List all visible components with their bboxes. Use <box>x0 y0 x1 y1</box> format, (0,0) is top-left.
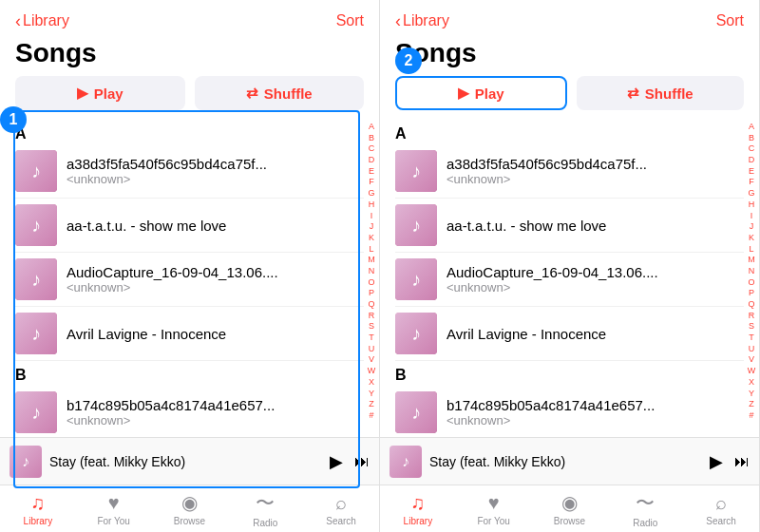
alpha-I[interactable]: I <box>370 211 373 222</box>
alpha-D[interactable]: D <box>369 155 375 166</box>
browse-icon: ◉ <box>181 491 198 514</box>
song-artist: <unknown> <box>446 172 744 186</box>
alpha-Z[interactable]: Z <box>749 399 754 410</box>
now-playing-bar[interactable]: ♪Stay (feat. Mikky Ekko)▶⏭ <box>380 437 759 484</box>
alpha-F[interactable]: F <box>749 177 754 188</box>
alpha-P[interactable]: P <box>749 288 754 299</box>
tab-browse[interactable]: ◉Browse <box>532 491 608 526</box>
alpha-N[interactable]: N <box>369 266 375 277</box>
alpha-E[interactable]: E <box>369 166 374 178</box>
now-playing-forward-button[interactable]: ⏭ <box>734 453 750 470</box>
play-button[interactable]: ▶Play <box>395 76 567 110</box>
tab-radio[interactable]: 〜Radio <box>227 490 303 528</box>
alpha-H[interactable]: H <box>749 200 755 211</box>
alpha-C[interactable]: C <box>749 143 755 155</box>
alpha-F[interactable]: F <box>369 177 374 188</box>
tab-library[interactable]: ♫Library <box>380 492 456 526</box>
album-art: ♪ <box>15 258 57 300</box>
alpha-M[interactable]: M <box>748 255 755 266</box>
alpha-U[interactable]: U <box>369 344 375 355</box>
now-playing-bar[interactable]: ♪Stay (feat. Mikky Ekko)▶⏭ <box>0 437 379 484</box>
now-playing-play-button[interactable]: ▶ <box>710 451 723 472</box>
alpha-W[interactable]: W <box>748 366 756 377</box>
alpha-O[interactable]: O <box>368 277 374 289</box>
sort-button[interactable]: Sort <box>716 12 744 29</box>
alpha-S[interactable]: S <box>749 321 754 332</box>
alpha-B[interactable]: B <box>749 133 754 144</box>
tab-search[interactable]: ⌕Search <box>303 492 379 526</box>
song-item[interactable]: ♪Avril Lavigne - Innocence <box>15 307 364 361</box>
now-playing-play-button[interactable]: ▶ <box>330 451 343 472</box>
alpha-Q[interactable]: Q <box>368 299 374 311</box>
alpha-H[interactable]: H <box>369 200 375 211</box>
alpha-C[interactable]: C <box>369 143 375 155</box>
alpha-Y[interactable]: Y <box>749 389 754 400</box>
alpha-J[interactable]: J <box>750 221 754 233</box>
song-item[interactable]: ♪b174c895b05a4c8174a41e657...<unknown> <box>395 386 744 437</box>
alpha-#[interactable]: # <box>749 410 753 422</box>
alpha-E[interactable]: E <box>749 166 754 178</box>
alpha-T[interactable]: T <box>369 332 374 344</box>
tab-label-library: Library <box>404 516 433 526</box>
tab-for-you[interactable]: ♥For You <box>456 492 532 526</box>
alpha-O[interactable]: O <box>748 277 754 289</box>
alpha-V[interactable]: V <box>749 354 754 366</box>
alpha-T[interactable]: T <box>749 332 754 344</box>
music-note-icon: ♪ <box>22 453 29 470</box>
alpha-U[interactable]: U <box>749 344 755 355</box>
alpha-K[interactable]: K <box>369 233 374 244</box>
alpha-I[interactable]: I <box>750 211 753 222</box>
song-item[interactable]: ♪aa-t.a.t.u. - show me love <box>15 199 364 253</box>
alpha-G[interactable]: G <box>748 188 754 200</box>
alpha-J[interactable]: J <box>370 221 374 233</box>
alpha-W[interactable]: W <box>368 366 376 377</box>
play-label: Play <box>94 86 124 102</box>
shuffle-button[interactable]: ⇄Shuffle <box>577 76 745 110</box>
tab-for-you[interactable]: ♥For You <box>76 492 152 526</box>
alpha-R[interactable]: R <box>749 311 755 322</box>
song-item[interactable]: ♪a38d3f5fa540f56c95bd4ca75f...<unknown> <box>395 144 744 199</box>
alpha-S[interactable]: S <box>369 321 374 332</box>
tab-search[interactable]: ⌕Search <box>683 492 759 526</box>
tab-radio[interactable]: 〜Radio <box>607 490 683 528</box>
alpha-A[interactable]: A <box>749 122 754 133</box>
song-item[interactable]: ♪Avril Lavigne - Innocence <box>395 307 744 361</box>
shuffle-button[interactable]: ⇄Shuffle <box>195 76 365 110</box>
play-button[interactable]: ▶Play <box>15 76 185 110</box>
alpha-Z[interactable]: Z <box>369 399 374 410</box>
alpha-A[interactable]: A <box>369 122 374 133</box>
song-artist: <unknown> <box>66 280 364 294</box>
alpha-K[interactable]: K <box>749 233 754 244</box>
song-item[interactable]: ♪a38d3f5fa540f56c95bd4ca75f...<unknown> <box>15 144 364 199</box>
alpha-Y[interactable]: Y <box>369 389 374 400</box>
music-note-icon: ♪ <box>31 402 41 424</box>
tab-browse[interactable]: ◉Browse <box>152 491 228 526</box>
back-button[interactable]: ‹Library <box>15 11 69 31</box>
alpha-#[interactable]: # <box>369 410 373 422</box>
sort-button[interactable]: Sort <box>336 12 364 29</box>
song-item[interactable]: ♪AudioCapture_16-09-04_13.06....<unknown… <box>395 253 744 307</box>
back-button[interactable]: ‹Library <box>395 11 449 31</box>
alpha-N[interactable]: N <box>749 266 755 277</box>
alpha-R[interactable]: R <box>369 311 375 322</box>
alpha-X[interactable]: X <box>369 377 374 389</box>
alpha-Q[interactable]: Q <box>748 299 754 311</box>
now-playing-forward-button[interactable]: ⏭ <box>354 453 370 470</box>
alpha-P[interactable]: P <box>369 288 374 299</box>
alpha-G[interactable]: G <box>368 188 374 200</box>
section-header-B: B <box>395 361 744 386</box>
alpha-V[interactable]: V <box>369 354 374 366</box>
tab-library[interactable]: ♫Library <box>0 492 76 526</box>
song-item[interactable]: ♪AudioCapture_16-09-04_13.06....<unknown… <box>15 253 364 307</box>
song-list: A♪a38d3f5fa540f56c95bd4ca75f...<unknown>… <box>0 120 364 437</box>
tab-label-search: Search <box>706 516 736 526</box>
song-info: b174c895b05a4c8174a41e657...<unknown> <box>66 397 364 428</box>
song-item[interactable]: ♪aa-t.a.t.u. - show me love <box>395 199 744 253</box>
alpha-L[interactable]: L <box>369 244 373 256</box>
alpha-L[interactable]: L <box>749 244 753 256</box>
alpha-B[interactable]: B <box>369 133 374 144</box>
alpha-M[interactable]: M <box>368 255 375 266</box>
alpha-D[interactable]: D <box>749 155 755 166</box>
song-item[interactable]: ♪b174c895b05a4c8174a41e657...<unknown> <box>15 386 364 437</box>
alpha-X[interactable]: X <box>749 377 754 389</box>
